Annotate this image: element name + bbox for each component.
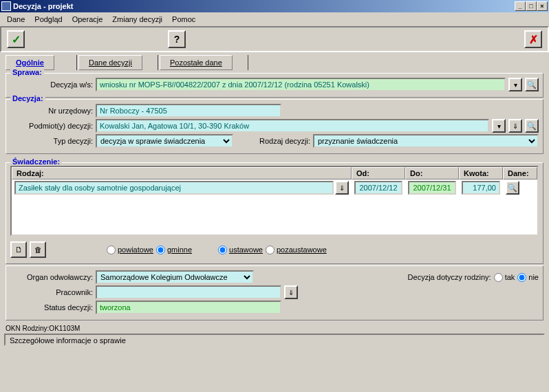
label-typ: Typ decyzji: <box>10 137 93 145</box>
question-icon: ? <box>174 34 180 45</box>
fieldset-swiadczenie: Świadczenie: Rodzaj: Od: Do: Kwota: Dane… <box>6 162 543 264</box>
menu-pomoc[interactable]: Pomoc <box>168 14 200 25</box>
th-do: Do: <box>405 167 459 179</box>
radio-pozaustawowe[interactable]: pozaustawowe <box>266 246 327 254</box>
help-button[interactable]: ? <box>168 30 186 48</box>
radio-gminne[interactable]: gminne <box>156 246 192 254</box>
select-rodzaj[interactable]: przyznanie świadczenia <box>313 134 539 148</box>
tab-pozostale[interactable]: Pozostałe dane <box>160 55 233 70</box>
new-button[interactable]: 🗋 <box>10 241 27 258</box>
cell-kwota[interactable]: 177,00 <box>462 181 500 195</box>
menu-operacje[interactable]: Operacje <box>68 14 107 25</box>
cell-do[interactable]: 2007/12/31 <box>408 181 456 195</box>
menu-zmiany[interactable]: Zmiany decyzji <box>108 14 166 25</box>
maximize-button[interactable]: □ <box>526 1 537 11</box>
th-rodzaj: Rodzaj: <box>12 167 352 179</box>
legend-decyzja: Decyzja: <box>10 94 45 102</box>
menubar: Dane Podgląd Operacje Zmiany decyzji Pom… <box>0 12 549 26</box>
dropdown-rodzaj-button[interactable]: ⇓ <box>335 181 349 195</box>
footer-info: OKN Rodziny:OK1103M <box>0 323 549 334</box>
details-button[interactable]: 🔍 <box>506 181 519 195</box>
toolbar: ✓ ? ✗ <box>0 26 549 52</box>
fieldset-sprawa: Sprawa: Decyzja w/s: wniosku nr MOPS-F8/… <box>6 73 543 98</box>
label-pracownik: Pracownik: <box>10 288 93 296</box>
cell-rodzaj[interactable]: Zasiłek stały dla osoby samotnie gospoda… <box>14 181 334 195</box>
tab-dane-decyzji[interactable]: Dane decyzji <box>78 55 142 70</box>
label-dotyczy: Decyzja dotyczy rodziny: <box>408 273 491 281</box>
tabs: Ogólnie Dane decyzji Pozostałe dane <box>0 52 549 70</box>
input-pracownik[interactable] <box>96 285 281 299</box>
label-nr-urzedowy: Nr urzędowy: <box>10 107 93 115</box>
label-podmioty: Podmiot(y) decyzji: <box>10 122 93 130</box>
app-icon <box>1 1 11 11</box>
search-podmioty-button[interactable]: 🔍 <box>525 119 539 133</box>
search-icon: 🔍 <box>527 80 537 89</box>
confirm-button[interactable]: ✓ <box>7 30 25 48</box>
fieldset-decyzja: Decyzja: Nr urzędowy: Nr Roboczy - 47505… <box>6 99 543 154</box>
add-podmioty-button[interactable]: ⇓ <box>508 119 522 133</box>
search-button[interactable]: 🔍 <box>525 78 539 91</box>
radio-ustawowe[interactable]: ustawowe <box>218 246 263 254</box>
cell-od[interactable]: 2007/12/12 <box>354 181 402 195</box>
table-row[interactable]: Zasiłek stały dla osoby samotnie gospoda… <box>12 179 537 196</box>
label-organ: Organ odwoławczy: <box>10 273 93 281</box>
menu-dane[interactable]: Dane <box>3 14 29 25</box>
check-icon: ✓ <box>12 33 21 46</box>
legend-swiadczenie: Świadczenie: <box>10 157 62 166</box>
table-swiadczenie: Rodzaj: Od: Do: Kwota: Dane: Zasiłek sta… <box>10 166 539 236</box>
fieldset-footer: Organ odwoławczy: Samorządowe Kolegium O… <box>6 265 543 320</box>
cancel-button[interactable]: ✗ <box>524 30 542 48</box>
delete-button[interactable]: 🗑 <box>30 241 46 258</box>
th-dane: Dane: <box>503 167 537 179</box>
select-typ[interactable]: decyzja w sprawie świadczenia <box>96 134 233 148</box>
minimize-button[interactable]: _ <box>515 1 526 11</box>
spinner-button[interactable]: ▾ <box>508 78 522 91</box>
input-nr-urzedowy[interactable]: Nr Roboczy - 47505 <box>96 104 281 118</box>
status-bar: Szczegółowe informacje o sprawie <box>4 334 545 346</box>
label-rodzaj: Rodzaj decyzji: <box>259 137 310 145</box>
legend-sprawa: Sprawa: <box>10 68 44 76</box>
radio-nie[interactable]: nie <box>517 273 539 282</box>
input-status[interactable]: tworzona <box>96 301 281 314</box>
dropdown-pracownik-button[interactable]: ⇓ <box>284 285 298 299</box>
close-button[interactable]: × <box>537 1 548 11</box>
label-status: Status decyzji: <box>10 303 93 312</box>
search-icon: 🔍 <box>527 122 537 131</box>
window-title: Decyzja - projekt <box>13 2 515 10</box>
th-kwota: Kwota: <box>459 167 503 179</box>
titlebar: Decyzja - projekt _ □ × <box>0 0 549 12</box>
x-icon: ✗ <box>529 33 538 46</box>
radio-powiatowe[interactable]: powiatowe <box>107 246 153 254</box>
menu-podglad[interactable]: Podgląd <box>30 14 66 25</box>
input-podmioty[interactable]: Kowalski Jan, Agatowa 10/1, 30-390 Krakó… <box>96 119 489 133</box>
label-decyzja-ws: Decyzja w/s: <box>10 80 93 89</box>
radio-tak[interactable]: tak <box>494 273 515 282</box>
search-icon: 🔍 <box>508 184 517 193</box>
input-decyzja-ws[interactable]: wniosku nr MOPS-F8//004822/2007 z dnia 2… <box>96 78 506 91</box>
select-organ[interactable]: Samorządowe Kolegium Odwoławcze <box>96 270 254 284</box>
th-od: Od: <box>352 167 405 179</box>
document-icon: 🗋 <box>15 246 23 254</box>
spinner-podmioty[interactable]: ▾ <box>492 119 506 133</box>
trash-icon: 🗑 <box>34 246 42 254</box>
